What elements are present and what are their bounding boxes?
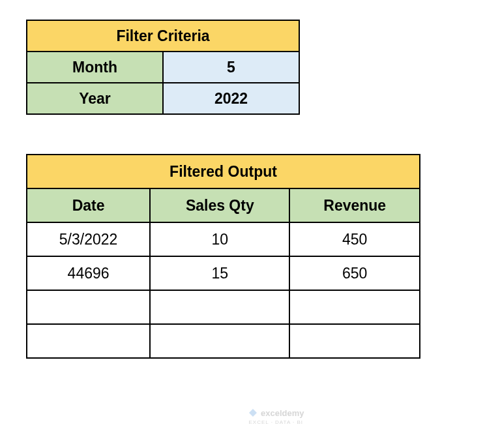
cell-qty (150, 290, 289, 324)
cell-date (27, 290, 150, 324)
table-row: Year 2022 (27, 83, 299, 114)
table-row: Month 5 (27, 52, 299, 83)
table-row: 5/3/2022 10 450 (27, 222, 420, 256)
cell-date: 44696 (27, 256, 150, 290)
filter-criteria-title: Filter Criteria (27, 20, 299, 52)
cell-qty: 10 (150, 222, 289, 256)
filtered-output-table: Filtered Output Date Sales Qty Revenue 5… (26, 154, 420, 359)
table-row (27, 324, 420, 358)
cell-revenue: 450 (289, 222, 420, 256)
filter-criteria-table: Filter Criteria Month 5 Year 2022 (26, 20, 300, 115)
cell-qty (150, 324, 289, 358)
criteria-value-year: 2022 (163, 83, 299, 114)
filtered-output-title: Filtered Output (27, 155, 420, 188)
cell-qty: 15 (150, 256, 289, 290)
cell-revenue (289, 324, 420, 358)
column-header-salesqty: Sales Qty (150, 188, 289, 222)
table-row (27, 290, 420, 324)
criteria-value-month: 5 (163, 52, 299, 83)
cell-date: 5/3/2022 (27, 222, 150, 256)
column-header-date: Date (27, 188, 150, 222)
cell-revenue: 650 (289, 256, 420, 290)
criteria-label-month: Month (27, 52, 163, 83)
column-header-revenue: Revenue (289, 188, 420, 222)
cell-revenue (289, 290, 420, 324)
table-row: 44696 15 650 (27, 256, 420, 290)
cell-date (27, 324, 150, 358)
criteria-label-year: Year (27, 83, 163, 114)
table-row: Date Sales Qty Revenue (27, 188, 420, 222)
